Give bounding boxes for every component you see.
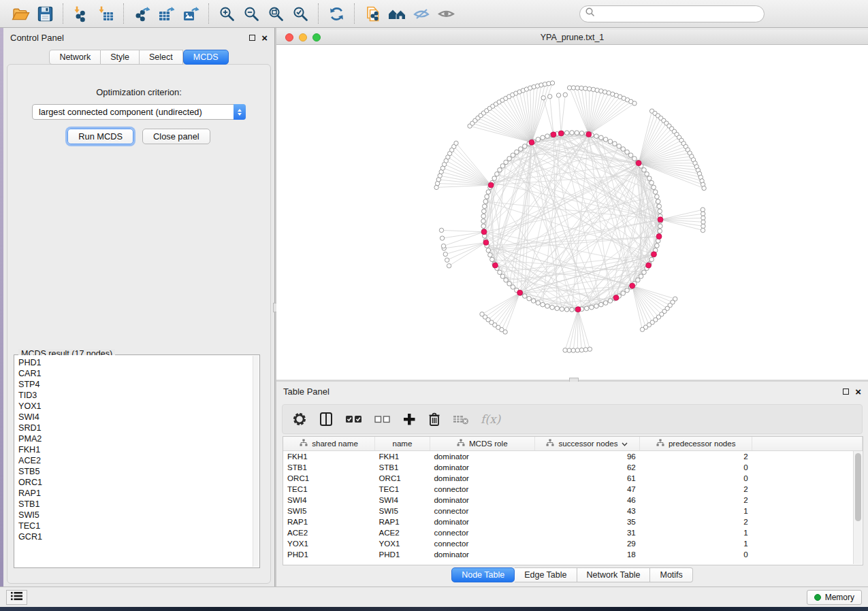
table-cell[interactable]: 46 (534, 494, 640, 505)
zoom-fit-icon[interactable] (263, 3, 288, 24)
search-box[interactable] (579, 5, 765, 22)
tab-mcds[interactable]: MCDS (183, 50, 229, 65)
table-cell[interactable]: 2 (640, 516, 752, 527)
mcds-result-item[interactable]: SRD1 (18, 423, 259, 433)
table-cell[interactable]: 0 (640, 472, 752, 483)
save-icon[interactable] (33, 3, 57, 24)
table-cell[interactable]: ACE2 (375, 527, 430, 538)
column-header-name[interactable]: name (375, 437, 430, 450)
table-row[interactable]: ORC1ORC1dominator610 (283, 472, 863, 483)
zoom-selected-icon[interactable] (288, 3, 312, 24)
close-panel-button[interactable]: Close panel (142, 129, 210, 144)
add-icon[interactable] (402, 412, 416, 426)
table-cell[interactable]: STB1 (283, 461, 375, 472)
table-cell[interactable]: PHD1 (283, 548, 375, 559)
search-input[interactable] (596, 9, 759, 18)
table-cell[interactable]: PHD1 (375, 548, 430, 559)
table-row[interactable]: RAP1RAP1dominator352 (283, 516, 863, 527)
optimization-criterion-select[interactable]: largest connected component (undirected) (32, 104, 246, 120)
zoom-out-icon[interactable] (239, 3, 263, 24)
table-cell[interactable]: 0 (640, 548, 752, 559)
import-network-icon[interactable] (69, 3, 93, 24)
table-cell[interactable]: 1 (640, 505, 752, 516)
mcds-result-item[interactable]: STP4 (18, 379, 259, 390)
mcds-result-item[interactable]: TID3 (18, 390, 259, 401)
table-cell[interactable]: 62 (534, 461, 640, 472)
tab-node-table[interactable]: Node Table (451, 567, 515, 582)
table-cell[interactable]: TEC1 (283, 483, 375, 494)
table-cell[interactable]: 2 (640, 483, 752, 494)
mcds-result-list[interactable]: PHD1CAR1STP4TID3YOX1SWI4SRD1PMA2FKH1ACE2… (14, 355, 259, 567)
column-header-filler[interactable] (752, 437, 863, 450)
export-network-icon[interactable] (129, 3, 154, 24)
table-cell[interactable]: TEC1 (375, 483, 430, 494)
open-icon[interactable] (8, 3, 33, 24)
mcds-result-item[interactable]: YOX1 (18, 401, 259, 412)
table-cell[interactable]: SWI5 (375, 505, 430, 516)
table-cell[interactable]: 2 (640, 494, 752, 505)
table-cell[interactable]: 1 (640, 527, 752, 538)
mcds-result-item[interactable]: STB5 (18, 466, 259, 477)
table-cell[interactable]: connector (430, 527, 534, 538)
table-row[interactable]: SWI4SWI4dominator462 (283, 494, 863, 505)
mcds-result-item[interactable]: CAR1 (18, 368, 259, 379)
duplicate-network-icon[interactable] (360, 3, 385, 24)
mcds-result-item[interactable]: SWI5 (18, 510, 259, 521)
table-cell[interactable]: SWI5 (283, 505, 375, 516)
float-panel-icon[interactable] (843, 389, 849, 395)
tab-edge-table[interactable]: Edge Table (515, 567, 577, 582)
table-cell[interactable]: 43 (534, 505, 640, 516)
mcds-result-item[interactable]: PHD1 (18, 357, 259, 368)
table-cell[interactable]: YOX1 (283, 538, 375, 548)
unchecked-pair-icon[interactable] (374, 414, 391, 424)
mcds-result-item[interactable]: PMA2 (18, 433, 259, 444)
table-cell[interactable]: dominator (430, 461, 534, 472)
table-row[interactable]: FKH1FKH1dominator962 (283, 450, 863, 461)
table-cell[interactable]: 0 (640, 461, 752, 472)
table-row[interactable]: YOX1YOX1connector291 (283, 538, 863, 548)
table-cell[interactable]: dominator (430, 548, 534, 559)
column-header-MCDS-role[interactable]: MCDS role (430, 437, 534, 450)
table-cell[interactable]: connector (430, 483, 534, 494)
table-cell[interactable]: 61 (534, 472, 640, 483)
mcds-result-item[interactable]: STB1 (18, 499, 259, 510)
column-header-successor-nodes[interactable]: successor nodes (534, 437, 640, 450)
tab-select[interactable]: Select (140, 50, 183, 65)
show-all-icon[interactable] (434, 3, 458, 24)
trash-icon[interactable] (428, 412, 441, 427)
run-mcds-button[interactable]: Run MCDS (67, 129, 133, 144)
table-cell[interactable]: 18 (534, 548, 640, 559)
mcds-result-item[interactable]: ACE2 (18, 455, 259, 466)
table-cell[interactable]: connector (430, 538, 534, 548)
list-scrollbar[interactable] (253, 356, 259, 567)
table-cell[interactable]: dominator (430, 472, 534, 483)
mcds-result-item[interactable]: TEC1 (18, 521, 259, 531)
table-cell[interactable]: FKH1 (375, 450, 430, 461)
hide-selected-icon[interactable] (409, 3, 434, 24)
table-row[interactable]: SWI5SWI5connector431 (283, 505, 863, 516)
float-panel-icon[interactable] (249, 35, 255, 41)
export-table-icon[interactable] (154, 3, 178, 24)
scrollbar-thumb[interactable] (855, 453, 861, 521)
table-cell[interactable]: ORC1 (375, 472, 430, 483)
table-cell[interactable]: 35 (534, 516, 640, 527)
table-cell[interactable]: RAP1 (375, 516, 430, 527)
tab-motifs[interactable]: Motifs (650, 567, 692, 582)
zoom-in-icon[interactable] (214, 3, 239, 24)
network-canvas[interactable] (276, 45, 868, 380)
import-table-icon[interactable] (93, 3, 118, 24)
table-cell[interactable]: ORC1 (283, 472, 375, 483)
table-cell[interactable]: dominator (430, 516, 534, 527)
mcds-result-item[interactable]: FKH1 (18, 444, 259, 455)
table-cell[interactable]: dominator (430, 494, 534, 505)
table-cell[interactable]: RAP1 (283, 516, 375, 527)
checked-pair-icon[interactable] (345, 414, 363, 425)
table-scrollbar[interactable] (853, 451, 862, 564)
table-cell[interactable]: connector (430, 505, 534, 516)
refresh-icon[interactable] (324, 3, 349, 24)
column-header-predecessor-nodes[interactable]: predecessor nodes (640, 437, 752, 450)
table-cell[interactable]: ACE2 (283, 527, 375, 538)
table-row[interactable]: TEC1TEC1connector472 (283, 483, 863, 494)
table-cell[interactable]: SWI4 (283, 494, 375, 505)
mcds-result-item[interactable]: RAP1 (18, 488, 259, 499)
